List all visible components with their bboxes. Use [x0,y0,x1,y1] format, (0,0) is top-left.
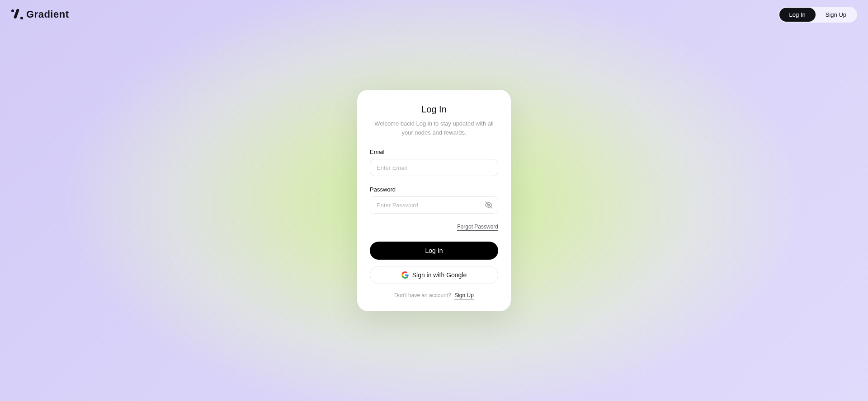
brand-logo[interactable]: Gradient [11,8,69,21]
card-wrapper: Log In Welcome back! Log in to stay upda… [0,0,868,401]
svg-point-0 [11,9,14,12]
signup-row: Don't have an account? Sign Up [370,292,498,298]
header-login-button[interactable]: Log In [779,8,816,22]
password-label: Password [370,186,498,193]
password-input[interactable] [370,196,498,214]
login-submit-button[interactable]: Log In [370,242,498,260]
login-card: Log In Welcome back! Log in to stay upda… [357,90,511,311]
header: Gradient Log In Sign Up [0,0,868,29]
forgot-password-link[interactable]: Forgot Password [457,224,498,231]
email-label: Email [370,149,498,155]
brand-mark-icon [11,8,24,21]
svg-rect-2 [14,9,19,19]
email-field-group: Email [370,149,498,176]
card-title: Log In [370,104,498,115]
email-input[interactable] [370,159,498,176]
toggle-password-visibility-icon[interactable] [485,201,493,209]
password-field-group: Password [370,186,498,214]
card-subtitle: Welcome back! Log in to stay updated wit… [370,119,498,137]
signup-link[interactable]: Sign Up [454,292,474,299]
google-signin-button[interactable]: Sign in with Google [370,266,498,284]
auth-toggle-pill: Log In Sign Up [778,7,857,23]
svg-point-1 [20,17,23,19]
brand-name: Gradient [26,9,69,20]
forgot-password-row: Forgot Password [370,224,498,231]
google-signin-label: Sign in with Google [412,271,467,279]
google-icon [401,271,409,279]
no-account-text: Don't have an account? [394,292,451,298]
header-signup-button[interactable]: Sign Up [816,8,856,22]
